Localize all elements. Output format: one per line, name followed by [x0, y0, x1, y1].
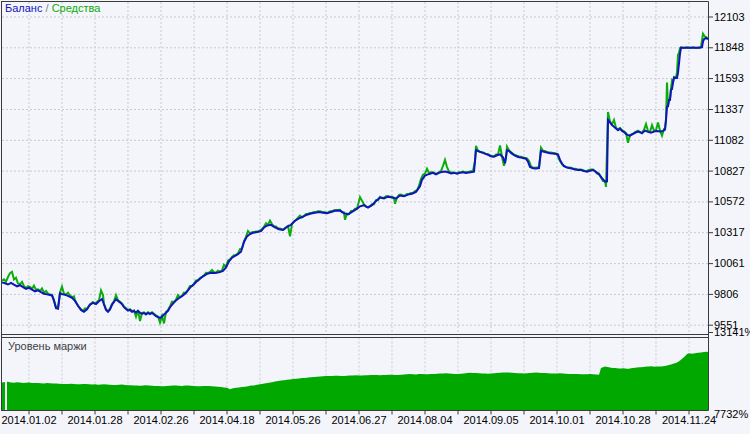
x-axis-label: 2014.11.24	[655, 414, 723, 427]
chart-canvas[interactable]	[0, 0, 750, 434]
legend-separator: /	[42, 2, 51, 14]
y-axis-label: 11848	[714, 41, 744, 54]
chart-legend: Баланс / Средства	[5, 2, 100, 15]
y-axis-label: 10827	[714, 165, 745, 178]
x-axis-label: 2014.01.02	[0, 414, 63, 427]
legend-equity-label: Средства	[52, 2, 101, 14]
y-axis-label: 10572	[714, 195, 745, 208]
x-axis-label: 2014.02.26	[127, 414, 195, 427]
x-axis-label: 2014.10.01	[523, 414, 591, 427]
x-axis-label: 2014.04.18	[193, 414, 261, 427]
y-axis-label: 10317	[714, 226, 745, 239]
x-axis-label: 2014.06.27	[325, 414, 393, 427]
y-axis-label: 12103	[714, 11, 745, 24]
tester-report-chart[interactable]: Баланс / Средства Уровень маржи 12103118…	[0, 0, 750, 434]
x-axis-label: 2014.01.28	[61, 414, 129, 427]
margin-area-gap	[5, 352, 7, 411]
x-axis-label: 2014.09.05	[457, 414, 525, 427]
margin-panel-label: Уровень маржи	[8, 340, 87, 352]
x-axis-label: 2014.10.28	[589, 414, 657, 427]
margin-scale-top-label: 13141%	[714, 326, 750, 339]
x-axis-label: 2014.05.26	[259, 414, 327, 427]
x-axis-label: 2014.08.04	[391, 414, 459, 427]
y-axis-label: 11593	[714, 72, 744, 85]
y-axis-label: 11082	[714, 134, 744, 147]
legend-balance-label: Баланс	[5, 2, 42, 14]
y-axis-label: 10061	[714, 257, 745, 270]
y-axis-label: 9806	[714, 288, 738, 301]
y-axis-label: 11337	[714, 103, 744, 116]
